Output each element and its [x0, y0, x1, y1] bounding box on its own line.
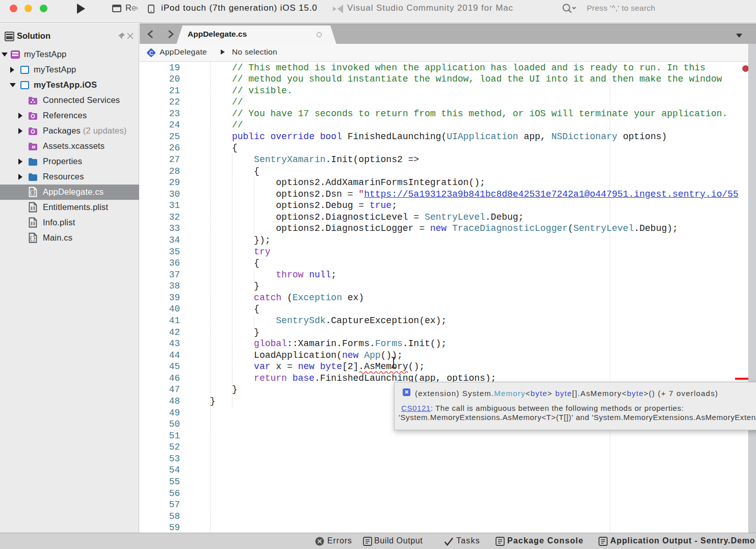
- svg-text:{}: {}: [29, 236, 36, 242]
- svg-text:{}: {}: [29, 190, 36, 196]
- svg-text:C: C: [149, 50, 153, 56]
